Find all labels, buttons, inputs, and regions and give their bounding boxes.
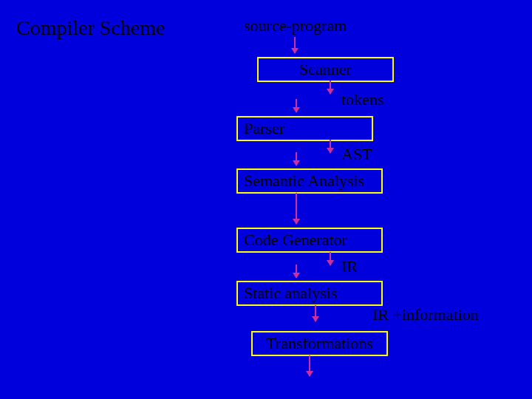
arrow-tokens-to-parser: [296, 99, 297, 112]
arrow-source-to-scanner: [294, 37, 296, 53]
semantic-analysis-box: Semantic Analysis: [236, 168, 383, 194]
arrow-ir-to-static: [296, 265, 297, 278]
source-program-label: source-program: [244, 16, 347, 35]
arrow-parser-to-ast: [330, 140, 331, 153]
transformations-box: Transformations: [251, 331, 388, 356]
arrow-scanner-to-tokens: [330, 81, 331, 94]
parser-box: Parser: [236, 116, 373, 141]
ast-label: AST: [341, 145, 372, 164]
arrow-semantic-to-codegen: [296, 193, 297, 224]
code-generator-box: Code Generator: [236, 228, 383, 253]
ir-information-label: IR +information: [372, 305, 479, 324]
arrow-ast-to-semantic: [296, 152, 297, 166]
static-analysis-box: Static analysis: [236, 281, 383, 306]
tokens-label: tokens: [341, 90, 383, 109]
arrow-static-to-irinfo: [315, 305, 316, 321]
ir-label: IR: [341, 257, 358, 276]
arrow-transformations-out: [309, 355, 310, 376]
scanner-box: Scanner: [257, 57, 394, 82]
arrow-codegen-to-ir: [330, 252, 331, 265]
diagram-title: Compiler Scheme: [16, 16, 165, 40]
